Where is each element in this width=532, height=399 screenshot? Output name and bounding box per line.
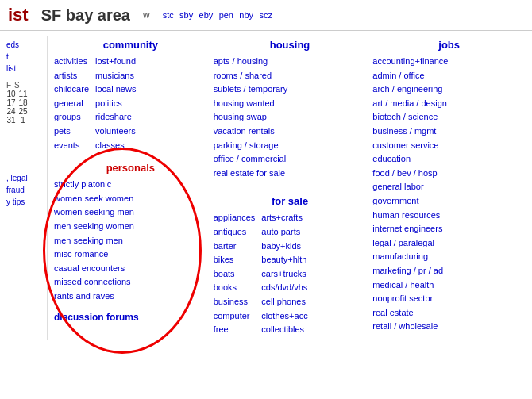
forsale-business[interactable]: business <box>214 295 256 309</box>
jobs-admin[interactable]: admin / office <box>372 69 526 83</box>
community-musicians[interactable]: musicians <box>95 69 136 83</box>
sidebar-tips[interactable]: y tips <box>6 196 40 208</box>
jobs-nonprofit[interactable]: nonprofit sector <box>372 292 526 306</box>
cal-row-4: 311 <box>6 116 40 125</box>
region-eby[interactable]: eby <box>199 10 214 20</box>
forsale-arts-crafts[interactable]: arts+crafts <box>261 211 307 225</box>
community-events[interactable]: events <box>54 139 89 153</box>
community-lost-found[interactable]: lost+found <box>95 55 136 69</box>
cal-row-2: 1718 <box>6 98 40 107</box>
jobs-hr[interactable]: human resources <box>372 209 526 223</box>
top-bar: ist SF bay area w stc sby eby pen nby sc… <box>0 0 532 31</box>
discussion-link[interactable]: discussion forums <box>54 312 139 323</box>
left-sidebar: eds t list F S 1011 1718 2425 311 , lega… <box>0 36 48 340</box>
forsale-bikes[interactable]: bikes <box>214 253 256 267</box>
jobs-biotech[interactable]: biotech / science <box>372 110 526 125</box>
forsale-cell-phones[interactable]: cell phones <box>261 295 307 309</box>
cal-header: F S <box>6 81 40 90</box>
personals-women-seeking-men[interactable]: women seeking men <box>54 205 207 220</box>
personals-men-seeking-women[interactable]: men seeking women <box>54 220 207 234</box>
forsale-cars[interactable]: cars+trucks <box>261 267 307 282</box>
region-links[interactable]: stc sby eby pen nby scz <box>163 10 276 21</box>
housing-wanted[interactable]: housing wanted <box>214 97 367 111</box>
personals-section: personals strictly platonic women seek w… <box>54 162 207 303</box>
jobs-customer-service[interactable]: customer service <box>372 139 526 153</box>
housing-real-estate[interactable]: real estate for sale <box>214 167 367 181</box>
housing-sublets[interactable]: sublets / temporary <box>214 82 367 97</box>
city-title: SF bay area <box>41 6 130 25</box>
community-activities[interactable]: activities <box>54 55 89 69</box>
sidebar-fraud[interactable]: fraud <box>6 184 40 196</box>
housing-apts[interactable]: apts / housing <box>214 55 367 69</box>
region-sby[interactable]: sby <box>179 10 193 20</box>
region-stc[interactable]: stc <box>163 10 174 20</box>
jobs-arch[interactable]: arch / engineering <box>372 82 526 97</box>
forsale-antiques[interactable]: antiques <box>214 225 256 240</box>
personals-women-seek-women[interactable]: women seek women <box>54 192 207 206</box>
jobs-medical[interactable]: medical / health <box>372 278 526 293</box>
personals-missed-connections[interactable]: missed connections <box>54 275 207 290</box>
jobs-marketing[interactable]: marketing / pr / ad <box>372 264 526 278</box>
personals-title: personals <box>54 162 207 174</box>
housing-swap[interactable]: housing swap <box>214 110 367 125</box>
forsale-boats[interactable]: boats <box>214 267 256 282</box>
housing-rooms[interactable]: rooms / shared <box>214 69 367 83</box>
housing-links: apts / housing rooms / shared sublets / … <box>214 55 367 180</box>
jobs-legal[interactable]: legal / paralegal <box>372 236 526 251</box>
forsale-baby-kids[interactable]: baby+kids <box>261 240 307 254</box>
forsale-clothes[interactable]: clothes+acc <box>261 309 307 324</box>
community-pets[interactable]: pets <box>54 125 89 139</box>
jobs-manufacturing[interactable]: manufacturing <box>372 250 526 264</box>
housing-parking[interactable]: parking / storage <box>214 139 367 153</box>
forsale-col1: appliances antiques barter bikes boats b… <box>214 211 256 336</box>
forsale-free[interactable]: free <box>214 323 256 337</box>
jobs-food[interactable]: food / bev / hosp <box>372 167 526 181</box>
region-pen[interactable]: pen <box>219 10 233 20</box>
community-artists[interactable]: artists <box>54 69 89 83</box>
jobs-government[interactable]: government <box>372 194 526 209</box>
jobs-business[interactable]: business / mgmt <box>372 125 526 139</box>
jobs-real-estate[interactable]: real estate <box>372 306 526 320</box>
community-local-news[interactable]: local news <box>95 82 136 97</box>
forsale-barter[interactable]: barter <box>214 240 256 254</box>
community-classes[interactable]: classes <box>95 139 136 153</box>
housing-vacation[interactable]: vacation rentals <box>214 125 367 139</box>
forsale-collectibles[interactable]: collectibles <box>261 323 307 337</box>
community-general[interactable]: general <box>54 97 89 111</box>
community-volunteers[interactable]: volunteers <box>95 125 136 139</box>
housing-title: housing <box>214 39 367 51</box>
community-groups[interactable]: groups <box>54 110 89 125</box>
community-childcare[interactable]: childcare <box>54 82 89 97</box>
forsale-auto-parts[interactable]: auto parts <box>261 225 307 240</box>
personals-misc-romance[interactable]: misc romance <box>54 247 207 262</box>
sidebar-link-list[interactable]: list <box>6 63 40 75</box>
cal-day-f: F <box>6 81 11 90</box>
sidebar-link-eds[interactable]: eds <box>6 39 40 51</box>
jobs-internet[interactable]: internet engineers <box>372 222 526 236</box>
housing-office[interactable]: office / commercial <box>214 152 367 167</box>
community-politics[interactable]: politics <box>95 97 136 111</box>
forsale-books[interactable]: books <box>214 281 256 295</box>
personals-men-seeking-men[interactable]: men seeking men <box>54 234 207 248</box>
jobs-general-labor[interactable]: general labor <box>372 180 526 194</box>
personals-strictly-platonic[interactable]: strictly platonic <box>54 178 207 192</box>
jobs-accounting[interactable]: accounting+finance <box>372 55 526 69</box>
jobs-retail[interactable]: retail / wholesale <box>372 320 526 334</box>
jobs-education[interactable]: education <box>372 152 526 167</box>
region-nby[interactable]: nby <box>239 10 253 20</box>
for-sale-title: for sale <box>214 195 367 207</box>
forsale-cds[interactable]: cds/dvd/vhs <box>261 281 307 295</box>
forsale-computer[interactable]: computer <box>214 309 256 324</box>
forsale-beauty[interactable]: beauty+hlth <box>261 253 307 267</box>
personals-rants-raves[interactable]: rants and raves <box>54 290 207 304</box>
community-rideshare[interactable]: rideshare <box>95 110 136 125</box>
discussion-forums: discussion forums <box>54 312 207 323</box>
sidebar-legal[interactable]: , legal <box>6 172 40 184</box>
region-scz[interactable]: scz <box>259 10 272 20</box>
region-code: w <box>143 10 150 21</box>
sidebar-links: eds t list <box>6 39 40 75</box>
personals-casual-encounters[interactable]: casual encounters <box>54 262 207 276</box>
forsale-appliances[interactable]: appliances <box>214 211 256 225</box>
jobs-art[interactable]: art / media / design <box>372 97 526 111</box>
sidebar-link-t[interactable]: t <box>6 51 40 63</box>
